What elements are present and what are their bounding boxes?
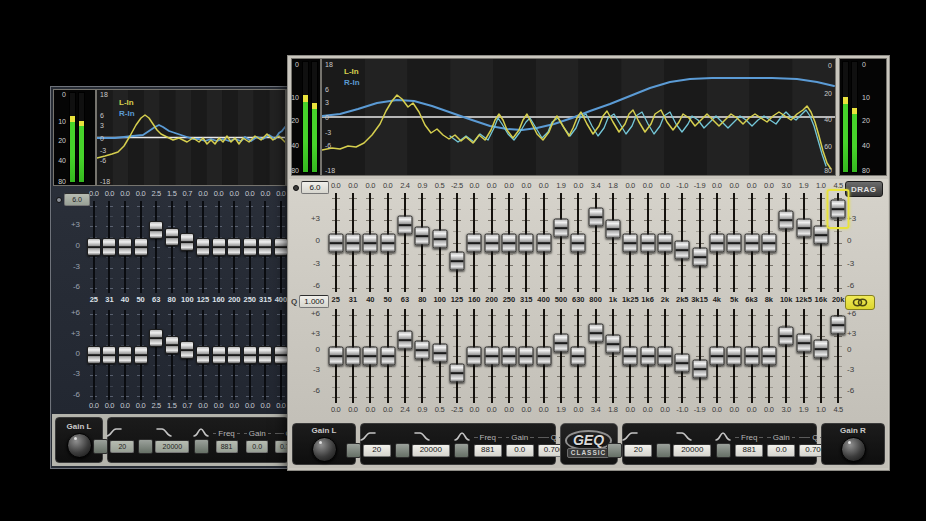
- hp-freq-display[interactable]: 20: [363, 444, 391, 457]
- fader-cap[interactable]: [274, 346, 288, 364]
- q-display[interactable]: 1.000: [299, 295, 329, 308]
- fader-cap[interactable]: [536, 347, 551, 366]
- fader-cap[interactable]: [796, 219, 811, 238]
- freq-value-display[interactable]: 881: [735, 444, 763, 457]
- range-knob-icon[interactable]: [293, 185, 299, 191]
- fader-cap[interactable]: [744, 347, 759, 366]
- fader-cap[interactable]: [501, 347, 516, 366]
- fader-cap[interactable]: [605, 220, 620, 239]
- fader-cap[interactable]: [519, 233, 534, 252]
- bell-filter-button[interactable]: [454, 443, 469, 458]
- fader-cap[interactable]: [149, 329, 163, 347]
- fader-cap[interactable]: [744, 233, 759, 252]
- channel-link-button[interactable]: [845, 295, 875, 310]
- fader-cap[interactable]: [180, 233, 194, 251]
- bell-filter-button[interactable]: [716, 443, 731, 458]
- fader-cap[interactable]: [87, 346, 101, 364]
- fader-cap[interactable]: [761, 233, 776, 252]
- range-display[interactable]: 6.0: [64, 193, 90, 206]
- fader-cap[interactable]: [623, 233, 638, 252]
- lp-filter-button[interactable]: [395, 443, 410, 458]
- fader-cap[interactable]: [328, 233, 343, 252]
- hp-freq-display[interactable]: 20: [624, 444, 652, 457]
- fader-cap[interactable]: [243, 346, 257, 364]
- fader-cap[interactable]: [363, 233, 378, 252]
- geq-window-back[interactable]: 010204080L-InR-In18630-3-6-18 0.00.00.00…: [50, 86, 294, 469]
- fader-cap[interactable]: [484, 347, 499, 366]
- fader-cap[interactable]: [328, 347, 343, 366]
- fader-cap[interactable]: [501, 233, 516, 252]
- gain-value-display[interactable]: 0.0: [767, 444, 795, 457]
- hp-filter-button[interactable]: [93, 439, 108, 454]
- gain-r-knob[interactable]: [841, 437, 866, 462]
- fader-cap[interactable]: [761, 347, 776, 366]
- fader-cap[interactable]: [196, 238, 210, 256]
- gain-value-display[interactable]: 0.0: [506, 444, 534, 457]
- fader-cap[interactable]: [484, 233, 499, 252]
- fader-cap[interactable]: [813, 340, 828, 359]
- fader-cap[interactable]: [709, 347, 724, 366]
- fader-cap[interactable]: [102, 238, 116, 256]
- bell-filter-button[interactable]: [194, 439, 209, 454]
- fader-cap[interactable]: [397, 215, 412, 234]
- gain-value-display[interactable]: 0.0: [246, 440, 268, 453]
- fader-cap[interactable]: [605, 334, 620, 353]
- drag-mode-button[interactable]: DRAG: [845, 181, 883, 197]
- fader-cap[interactable]: [118, 346, 132, 364]
- fader-cap[interactable]: [657, 347, 672, 366]
- lp-filter-button[interactable]: [656, 443, 671, 458]
- fader-cap[interactable]: [258, 238, 272, 256]
- fader-cap[interactable]: [397, 330, 412, 349]
- fader-cap[interactable]: [345, 347, 360, 366]
- fader-cap[interactable]: [449, 364, 464, 383]
- fader-cap[interactable]: [675, 241, 690, 260]
- range-display[interactable]: 6.0: [301, 181, 329, 194]
- fader-cap[interactable]: [623, 347, 638, 366]
- fader-cap[interactable]: [165, 336, 179, 354]
- fader-cap[interactable]: [657, 233, 672, 252]
- fader-cap[interactable]: [727, 347, 742, 366]
- fader-cap[interactable]: [675, 353, 690, 372]
- gain-l-knob[interactable]: [312, 437, 337, 462]
- fader-cap[interactable]: [134, 346, 148, 364]
- fader-cap[interactable]: [467, 347, 482, 366]
- fader-cap[interactable]: [779, 326, 794, 345]
- fader-cap[interactable]: [813, 226, 828, 245]
- fader-cap[interactable]: [345, 233, 360, 252]
- fader-cap[interactable]: [363, 347, 378, 366]
- hp-filter-button[interactable]: [346, 443, 361, 458]
- fader-cap[interactable]: [380, 233, 395, 252]
- fader-cap[interactable]: [588, 323, 603, 342]
- fader-cap[interactable]: [519, 347, 534, 366]
- fader-cap[interactable]: [415, 226, 430, 245]
- lp-freq-display[interactable]: 20000: [412, 444, 450, 457]
- fader-cap[interactable]: [831, 316, 846, 335]
- fader-cap[interactable]: [432, 343, 447, 362]
- fader-cap[interactable]: [212, 346, 226, 364]
- fader-cap[interactable]: [571, 233, 586, 252]
- lp-filter-button[interactable]: [138, 439, 153, 454]
- fader-cap[interactable]: [165, 228, 179, 246]
- fader-cap[interactable]: [709, 233, 724, 252]
- fader-cap[interactable]: [449, 252, 464, 271]
- fader-cap[interactable]: [779, 211, 794, 230]
- freq-value-display[interactable]: 881: [474, 444, 502, 457]
- lp-freq-display[interactable]: 20000: [673, 444, 711, 457]
- fader-cap[interactable]: [227, 346, 241, 364]
- fader-cap[interactable]: [553, 334, 568, 353]
- fader-cap[interactable]: [87, 238, 101, 256]
- fader-cap[interactable]: [640, 347, 655, 366]
- fader-cap[interactable]: [102, 346, 116, 364]
- fader-cap[interactable]: [212, 238, 226, 256]
- fader-cap[interactable]: [588, 208, 603, 227]
- fader-cap[interactable]: [134, 238, 148, 256]
- lp-freq-display[interactable]: 20000: [155, 440, 189, 453]
- hp-freq-display[interactable]: 20: [110, 440, 134, 453]
- fader-cap[interactable]: [553, 219, 568, 238]
- hp-filter-button[interactable]: [607, 443, 622, 458]
- fader-cap[interactable]: [692, 359, 707, 378]
- fader-cap[interactable]: [196, 346, 210, 364]
- freq-value-display[interactable]: 881: [216, 440, 238, 453]
- fader-cap[interactable]: [432, 229, 447, 248]
- fader-cap[interactable]: [727, 233, 742, 252]
